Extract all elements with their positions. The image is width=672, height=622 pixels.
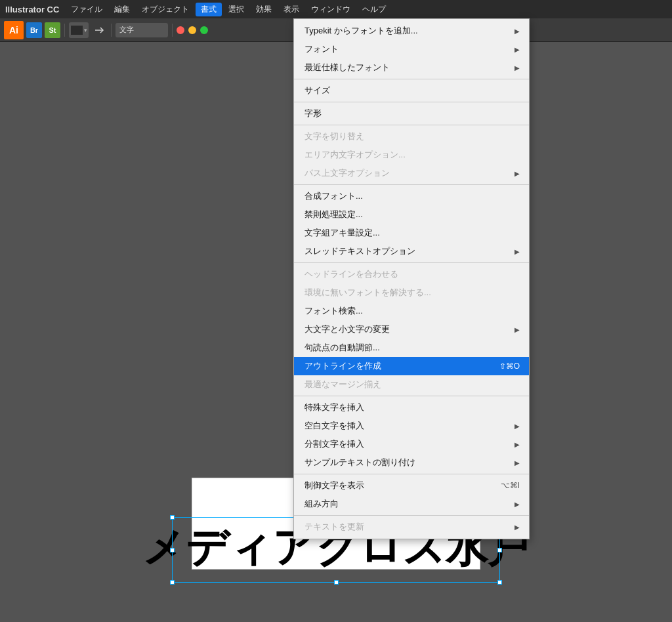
menu-item-label-5-0: ヘッドラインを合わせる bbox=[304, 268, 398, 280]
menu-item-6-2[interactable]: 分割文字を挿入▶ bbox=[294, 435, 529, 453]
menu-separator-5 bbox=[294, 262, 529, 263]
menu-effect[interactable]: 効果 bbox=[251, 3, 277, 16]
menu-item-label-8-0: テキストを更新 bbox=[304, 521, 364, 533]
app-name: Illustrator CC bbox=[5, 5, 59, 14]
menu-file[interactable]: ファイル bbox=[66, 3, 108, 16]
menu-item-label-3-1: エリア内文字オプション... bbox=[304, 149, 406, 161]
color-fill-button[interactable]: ▾ bbox=[69, 22, 89, 38]
menu-item-5-0: ヘッドラインを合わせる bbox=[294, 265, 529, 283]
menu-view[interactable]: 表示 bbox=[278, 3, 304, 16]
menu-item-4-2[interactable]: 文字組アキ量設定... bbox=[294, 224, 529, 242]
menu-item-label-0-0: Typekit からフォントを追加... bbox=[304, 25, 418, 37]
menu-item-6-1[interactable]: 空白文字を挿入▶ bbox=[294, 417, 529, 435]
menu-item-3-0: 文字を切り替え bbox=[294, 127, 529, 146]
menu-help[interactable]: ヘルプ bbox=[357, 3, 391, 16]
handle-bottom-center[interactable] bbox=[334, 580, 339, 585]
menu-separator-8 bbox=[294, 515, 529, 516]
menu-arrow-5-3: ▶ bbox=[514, 326, 520, 333]
menu-item-6-0[interactable]: 特殊文字を挿入 bbox=[294, 398, 529, 417]
menu-item-label-7-0: 制御文字を表示 bbox=[304, 480, 364, 491]
menu-item-label-4-3: スレッドテキストオプション bbox=[304, 245, 415, 257]
menu-item-5-4[interactable]: 句読点の自動調節... bbox=[294, 339, 529, 357]
menu-select[interactable]: 選択 bbox=[223, 3, 249, 16]
menu-edit[interactable]: 編集 bbox=[109, 3, 135, 16]
menu-item-label-6-0: 特殊文字を挿入 bbox=[304, 402, 364, 413]
menu-item-1-0[interactable]: サイズ bbox=[294, 81, 529, 100]
br-logo[interactable]: Br bbox=[26, 22, 42, 38]
menu-item-8-0: テキストを更新▶ bbox=[294, 518, 529, 536]
menu-item-7-1[interactable]: 組み方向▶ bbox=[294, 495, 529, 513]
menu-item-5-1: 環境に無いフォントを解決する... bbox=[294, 283, 529, 302]
toolbar-divider-1 bbox=[64, 24, 65, 37]
menu-item-4-1[interactable]: 禁則処理設定... bbox=[294, 205, 529, 224]
menu-item-label-5-4: 句読点の自動調節... bbox=[304, 342, 380, 354]
menu-arrow-0-1: ▶ bbox=[514, 46, 520, 53]
menu-arrow-6-3: ▶ bbox=[514, 459, 520, 466]
menu-arrow-0-0: ▶ bbox=[514, 28, 520, 35]
menu-item-4-3[interactable]: スレッドテキストオプション▶ bbox=[294, 242, 529, 260]
menu-item-5-2[interactable]: フォント検索... bbox=[294, 302, 529, 320]
menu-arrow-4-3: ▶ bbox=[514, 248, 520, 255]
menu-item-7-0[interactable]: 制御文字を表示⌥⌘I bbox=[294, 476, 529, 495]
menu-item-label-4-2: 文字組アキ量設定... bbox=[304, 227, 380, 239]
menu-item-6-3[interactable]: サンプルテキストの割り付け▶ bbox=[294, 453, 529, 472]
color-swatch bbox=[71, 26, 83, 35]
type-menu-dropdown: Typekit からフォントを追加...▶フォント▶最近仕様したフォント▶サイズ… bbox=[293, 18, 530, 539]
menu-item-3-1: エリア内文字オプション... bbox=[294, 146, 529, 164]
menu-item-5-5[interactable]: アウトラインを作成⇧⌘O bbox=[294, 357, 529, 375]
st-logo[interactable]: St bbox=[45, 22, 60, 38]
menu-item-2-0[interactable]: 字形 bbox=[294, 104, 529, 123]
ai-logo: Ai bbox=[4, 21, 24, 39]
window-minimize-button[interactable] bbox=[188, 26, 196, 34]
menu-item-label-0-2: 最近仕様したフォント bbox=[304, 62, 390, 73]
menu-item-0-2[interactable]: 最近仕様したフォント▶ bbox=[294, 58, 529, 77]
menu-item-0-0[interactable]: Typekit からフォントを追加...▶ bbox=[294, 22, 529, 40]
menu-item-4-0[interactable]: 合成フォント... bbox=[294, 187, 529, 205]
menu-arrow-3-2: ▶ bbox=[514, 170, 520, 177]
color-dropdown-arrow: ▾ bbox=[84, 27, 87, 33]
menu-separator-6 bbox=[294, 396, 529, 396]
send-to-libraries-button[interactable] bbox=[91, 22, 107, 38]
menu-shortcut-7-0: ⌥⌘I bbox=[501, 481, 520, 490]
menu-item-5-6: 最適なマージン揃え bbox=[294, 375, 529, 394]
menu-item-0-1[interactable]: フォント▶ bbox=[294, 40, 529, 58]
menu-item-label-6-1: 空白文字を挿入 bbox=[304, 420, 364, 432]
menu-separator-7 bbox=[294, 474, 529, 474]
menu-separator-4 bbox=[294, 184, 529, 185]
menu-shortcut-5-5: ⇧⌘O bbox=[499, 362, 520, 371]
font-name-input[interactable] bbox=[116, 23, 168, 37]
window-close-button[interactable] bbox=[177, 26, 184, 34]
menu-separator-3 bbox=[294, 125, 529, 125]
menu-item-label-3-2: パス上文字オプション bbox=[304, 167, 390, 179]
menu-item-label-6-2: 分割文字を挿入 bbox=[304, 438, 364, 450]
menu-arrow-0-2: ▶ bbox=[514, 64, 520, 72]
menu-item-label-0-1: フォント bbox=[304, 43, 339, 55]
menu-item-label-4-0: 合成フォント... bbox=[304, 190, 363, 202]
menu-item-label-4-1: 禁則処理設定... bbox=[304, 209, 363, 220]
menu-arrow-8-0: ▶ bbox=[514, 524, 520, 531]
menu-item-label-5-5: アウトラインを作成 bbox=[304, 360, 381, 372]
menu-item-label-7-1: 組み方向 bbox=[304, 498, 339, 510]
menu-separator-2 bbox=[294, 102, 529, 102]
send-icon bbox=[94, 25, 104, 35]
menu-item-label-5-3: 大文字と小文字の変更 bbox=[304, 323, 390, 335]
window-maximize-button[interactable] bbox=[200, 26, 208, 34]
menu-item-label-5-1: 環境に無いフォントを解決する... bbox=[304, 287, 431, 299]
menu-item-label-5-2: フォント検索... bbox=[304, 305, 363, 317]
menu-window[interactable]: ウィンドウ bbox=[306, 3, 356, 16]
handle-bottom-left[interactable] bbox=[170, 580, 175, 585]
menu-item-label-5-6: 最適なマージン揃え bbox=[304, 379, 381, 390]
menu-item-3-2: パス上文字オプション▶ bbox=[294, 164, 529, 182]
window-controls bbox=[177, 22, 208, 38]
menu-arrow-6-1: ▶ bbox=[514, 423, 520, 430]
handle-bottom-right[interactable] bbox=[497, 580, 502, 585]
menu-arrow-6-2: ▶ bbox=[514, 441, 520, 448]
menu-type[interactable]: 書式 bbox=[196, 3, 222, 16]
toolbar-divider-2 bbox=[111, 24, 112, 37]
toolbar-divider-3 bbox=[172, 24, 173, 37]
menu-object[interactable]: オブジェクト bbox=[136, 3, 194, 16]
menu-item-label-6-3: サンプルテキストの割り付け bbox=[304, 457, 415, 468]
menu-separator-1 bbox=[294, 79, 529, 79]
menu-item-5-3[interactable]: 大文字と小文字の変更▶ bbox=[294, 320, 529, 339]
menu-item-label-2-0: 字形 bbox=[304, 108, 322, 119]
